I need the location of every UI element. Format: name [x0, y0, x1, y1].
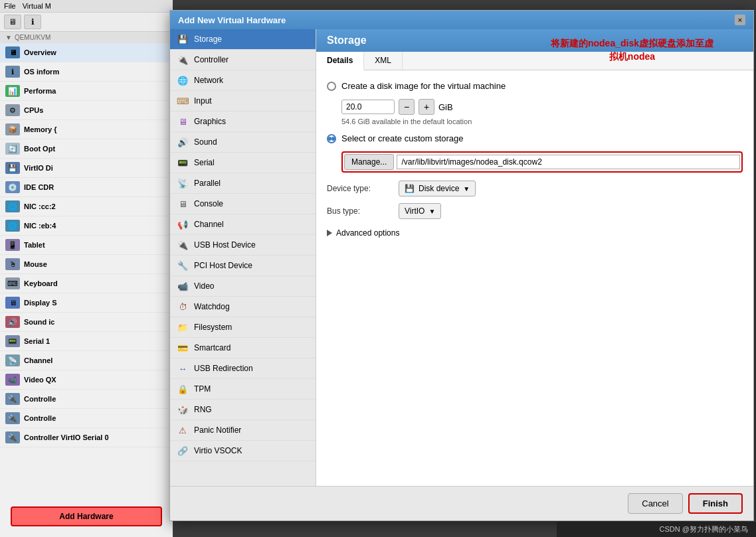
sidebar-nic1[interactable]: 🌐 NIC :cc:2	[0, 197, 173, 216]
hw-item-usb-host-label: USB Host Device	[194, 240, 256, 250]
hw-item-input-label: Input	[194, 96, 212, 106]
channel-hw-icon: 📢	[177, 218, 189, 230]
hw-item-serial[interactable]: 📟 Serial	[170, 153, 316, 173]
hw-item-controller-label: Controller	[194, 55, 229, 64]
dialog-close-button[interactable]: ×	[735, 15, 745, 25]
device-type-value: Disk device	[419, 184, 459, 193]
boot-icon: 🔄	[5, 143, 20, 155]
hw-item-vsock[interactable]: 🔗 Virtio VSOCK	[170, 441, 316, 461]
size-decrease-button[interactable]: −	[399, 99, 415, 115]
hw-item-parallel-label: Parallel	[194, 179, 221, 188]
hw-item-watchdog-label: Watchdog	[194, 302, 230, 311]
sidebar-cpus[interactable]: ⚙ CPUs	[0, 101, 173, 120]
hw-item-console[interactable]: 🖥 Console	[170, 194, 316, 214]
statusbar: CSDN @努力扑腾的小菜鸟	[557, 522, 756, 537]
menu-file[interactable]: File	[4, 2, 16, 10]
tab-details[interactable]: Details	[316, 52, 364, 70]
menu-virtual[interactable]: Virtual M	[23, 2, 51, 10]
sidebar-nic2[interactable]: 🌐 NIC :eb:4	[0, 216, 173, 236]
hw-item-network[interactable]: 🌐 Network	[170, 70, 316, 91]
advanced-options-toggle[interactable]: Advanced options	[327, 226, 743, 240]
hw-item-watchdog[interactable]: ⏱ Watchdog	[170, 297, 316, 317]
sidebar-os-info[interactable]: ℹ OS inform	[0, 62, 173, 82]
fs-hw-icon: 📁	[177, 321, 189, 333]
hw-item-video[interactable]: 📹 Video	[170, 276, 316, 297]
sidebar-controller2[interactable]: 🔌 Controlle	[0, 409, 173, 428]
finish-button[interactable]: Finish	[688, 493, 743, 514]
sidebar-virtio-disk[interactable]: 💾 VirtIO Di	[0, 159, 173, 178]
custom-storage-radio[interactable]	[327, 134, 336, 143]
hw-item-storage[interactable]: 💾 Storage	[170, 29, 316, 50]
sidebar-tablet[interactable]: 📱 Tablet	[0, 236, 173, 255]
sidebar-virtio-serial[interactable]: 🔌 Controller VirtIO Serial 0	[0, 428, 173, 447]
hw-item-input[interactable]: ⌨ Input	[170, 91, 316, 112]
overview-icon: 🖥	[5, 46, 20, 58]
network-hw-icon: 🌐	[177, 74, 189, 86]
overview-info: Overview	[24, 48, 167, 56]
available-space-text: 54.6 GiB available in the default locati…	[341, 117, 743, 125]
sidebar-performance[interactable]: 📊 Performa	[0, 82, 173, 101]
sidebar-sound[interactable]: 🔊 Sound ic	[0, 313, 173, 332]
hw-item-channel-label: Channel	[194, 220, 224, 229]
sidebar-cdrom[interactable]: 💿 IDE CDR	[0, 178, 173, 197]
watchdog-hw-icon: ⏱	[177, 301, 189, 313]
toolbar: 🖥 ℹ	[0, 13, 173, 32]
create-disk-radio[interactable]	[327, 82, 336, 91]
bus-type-label: Bus type:	[327, 206, 393, 216]
mouse-icon: 🖱	[5, 258, 20, 270]
statusbar-text: CSDN @努力扑腾的小菜鸟	[660, 525, 748, 533]
hw-item-usb-host[interactable]: 🔌 USB Host Device	[170, 235, 316, 256]
sidebar-mouse[interactable]: 🖱 Mouse	[0, 255, 173, 274]
dialog-titlebar: Add New Virtual Hardware ×	[170, 11, 753, 29]
hw-item-filesystem-label: Filesystem	[194, 323, 232, 332]
disk-size-input[interactable]	[341, 100, 395, 114]
detail-content: Create a disk image for the virtual mach…	[316, 70, 753, 486]
ctrl2-icon: 🔌	[5, 412, 20, 424]
hw-item-tpm-label: TPM	[194, 384, 211, 394]
virtio-icon: 💾	[5, 162, 20, 174]
serial-hw-icon: 📟	[177, 157, 189, 169]
size-increase-button[interactable]: +	[419, 99, 434, 115]
add-hardware-dialog: Add New Virtual Hardware × 将新建的nodea_dis…	[169, 10, 754, 521]
tab-xml[interactable]: XML	[364, 52, 403, 70]
nic1-icon: 🌐	[5, 200, 20, 212]
add-hardware-button[interactable]: Add Hardware	[11, 506, 162, 526]
hw-item-usb-redir[interactable]: ↔ USB Redirection	[170, 358, 316, 379]
hw-item-smartcard[interactable]: 💳 Smartcard	[170, 338, 316, 358]
hw-item-tpm[interactable]: 🔒 TPM	[170, 379, 316, 400]
toolbar-btn-info[interactable]: ℹ	[24, 15, 41, 29]
sidebar-overview[interactable]: 🖥 Overview	[0, 43, 173, 62]
sidebar-keyboard[interactable]: ⌨ Keyboard	[0, 274, 173, 293]
nic2-icon: 🌐	[5, 220, 20, 232]
graphics-hw-icon: 🖥	[177, 115, 189, 127]
hw-item-filesystem[interactable]: 📁 Filesystem	[170, 317, 316, 338]
create-disk-option-row: Create a disk image for the virtual mach…	[327, 81, 743, 91]
sidebar-boot[interactable]: 🔄 Boot Opt	[0, 139, 173, 159]
sidebar-video[interactable]: 📹 Video QX	[0, 370, 173, 390]
storage-path-input[interactable]	[397, 155, 740, 169]
hw-item-console-label: Console	[194, 199, 223, 208]
sidebar-controller1[interactable]: 🔌 Controlle	[0, 390, 173, 409]
sidebar-channel[interactable]: 📡 Channel	[0, 351, 173, 370]
device-type-dropdown[interactable]: 💾 Disk device ▼	[399, 181, 476, 196]
hw-item-channel[interactable]: 📢 Channel	[170, 214, 316, 235]
sidebar-serial[interactable]: 📟 Serial 1	[0, 332, 173, 351]
tablet-icon: 📱	[5, 239, 20, 251]
hw-item-rng[interactable]: 🎲 RNG	[170, 400, 316, 420]
hw-item-parallel[interactable]: 📡 Parallel	[170, 173, 316, 194]
hw-item-pci-host[interactable]: 🔧 PCI Host Device	[170, 256, 316, 276]
hw-item-controller[interactable]: 🔌 Controller	[170, 50, 316, 70]
manage-button[interactable]: Manage...	[344, 154, 394, 170]
bus-type-dropdown[interactable]: VirtIO ▼	[399, 203, 441, 219]
sidebar-display[interactable]: 🖥 Display S	[0, 293, 173, 313]
cancel-button[interactable]: Cancel	[628, 493, 682, 514]
hw-item-sound[interactable]: 🔊 Sound	[170, 132, 316, 153]
sidebar-memory[interactable]: 📦 Memory {	[0, 120, 173, 139]
hw-item-video-label: Video	[194, 281, 214, 291]
hw-item-graphics[interactable]: 🖥 Graphics	[170, 112, 316, 132]
dialog-footer: Cancel Finish	[170, 486, 753, 520]
hw-item-panic[interactable]: ⚠ Panic Notifier	[170, 420, 316, 441]
annotation-overlay: 将新建的nodea_disk虚拟硬盘添加至虚 拟机nodea	[551, 37, 713, 63]
toolbar-btn-monitor[interactable]: 🖥	[4, 15, 21, 29]
perf-icon: 📊	[5, 85, 20, 97]
